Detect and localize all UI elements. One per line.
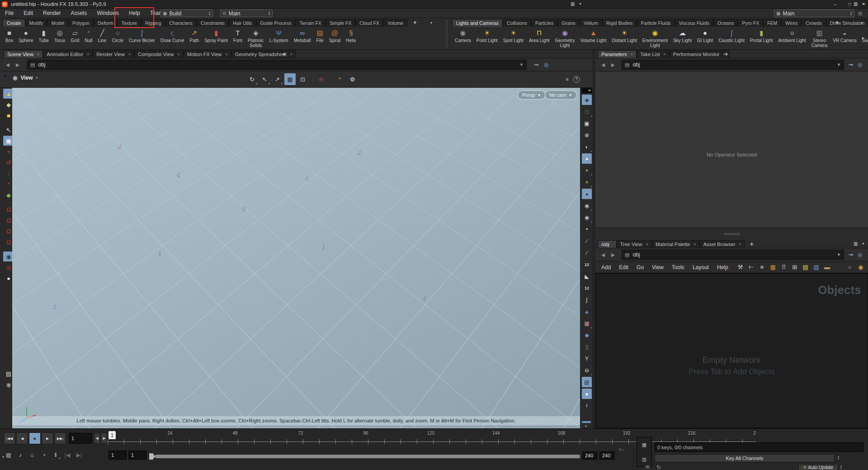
- box-pick-icon[interactable]: ⊡: [297, 73, 308, 85]
- material-sphere-icon[interactable]: ◕: [582, 189, 592, 199]
- pane-tab[interactable]: Render View ×: [93, 50, 134, 58]
- lighting-off-icon[interactable]: ⊗: [582, 130, 592, 140]
- wireframe-ghost-icon[interactable]: □: [582, 106, 592, 117]
- tool-font[interactable]: T Font: [231, 28, 245, 43]
- help-icon[interactable]: ?: [573, 76, 580, 83]
- spinner-icon[interactable]: ▲▼: [840, 465, 842, 470]
- add-pane-tab-button[interactable]: +: [747, 241, 757, 247]
- shelf-tab[interactable]: Vellum: [580, 19, 602, 27]
- tool-ambient-light[interactable]: ○ Ambient Light: [776, 28, 809, 43]
- point-markers-icon[interactable]: ∕: [582, 236, 592, 246]
- shelf-overflow-arrow-icon[interactable]: ▸: [862, 35, 864, 40]
- shelf-tab-menu-icon[interactable]: ▾: [430, 21, 432, 25]
- tool-helix[interactable]: § Helix: [343, 28, 359, 43]
- network-bundle-icon[interactable]: ▬: [823, 263, 832, 272]
- network-palette-icon[interactable]: ▦: [769, 263, 778, 272]
- tool-spot-light[interactable]: ☀ Spot Light: [500, 28, 526, 43]
- close-tab-icon[interactable]: ×: [739, 241, 741, 248]
- tool-stereo-camera[interactable]: ▥ Stereo Camera: [809, 28, 830, 48]
- playbar-options-icon[interactable]: ▤: [4, 451, 14, 460]
- tick-interval-icon[interactable]: ‖: [51, 451, 61, 460]
- shelf-tab[interactable]: Viscous Fluids: [675, 19, 714, 27]
- tool-box[interactable]: ■ Box: [3, 28, 16, 43]
- update-mode-button[interactable]: ▣ Auto Update: [798, 464, 838, 470]
- step-forward-button[interactable]: |▶: [101, 433, 107, 444]
- path-forward-icon[interactable]: ▶: [13, 62, 23, 68]
- network-menu-item[interactable]: Tools: [668, 261, 689, 273]
- tool-sky-light[interactable]: ☁ Sky Light: [670, 28, 694, 43]
- shelf-tab[interactable]: Model: [47, 19, 68, 27]
- network-grid-icon[interactable]: ⠿: [779, 263, 788, 272]
- animation-options-icon[interactable]: ⌂: [27, 451, 37, 460]
- path-forward-icon[interactable]: ▶: [608, 62, 618, 68]
- network-menu-item[interactable]: Layout: [689, 261, 713, 273]
- tool-draw-curve[interactable]: ς Draw Curve: [158, 28, 187, 43]
- sync-icon[interactable]: ◎: [544, 62, 548, 68]
- menu-item[interactable]: Assets: [66, 9, 92, 18]
- tool-caustic-light[interactable]: ∫ Caustic Light: [716, 28, 747, 43]
- pane-maximize-icon[interactable]: ▥: [854, 241, 858, 246]
- menu-item[interactable]: Edit: [19, 9, 38, 18]
- pane-splitter-vertical[interactable]: [592, 50, 595, 428]
- tool-torus[interactable]: ◎ Torus: [52, 28, 68, 43]
- shelf-tab[interactable]: Particles: [531, 19, 557, 27]
- network-windows-icon[interactable]: ⊞: [790, 263, 799, 272]
- network-list-icon[interactable]: ≡: [758, 263, 767, 272]
- maximize-button[interactable]: □: [848, 2, 851, 7]
- path-back-icon[interactable]: ◀: [598, 252, 608, 258]
- pane-tab[interactable]: Take List ×: [637, 50, 670, 58]
- shelf-tab[interactable]: Wires: [781, 19, 802, 27]
- pane-tab[interactable]: Tree View ×: [617, 240, 652, 248]
- camera-lock-icon[interactable]: ▣: [582, 118, 592, 128]
- secure-select-icon[interactable]: ↗ ▾: [272, 73, 283, 85]
- network-note-icon[interactable]: ▤: [801, 263, 810, 272]
- spinner-icon[interactable]: ▲▼: [208, 11, 211, 16]
- display-points-icon[interactable]: •: [582, 224, 592, 234]
- minimize-button[interactable]: –: [834, 2, 837, 7]
- camera-selector[interactable]: No cam▼: [545, 90, 577, 100]
- close-tab-icon[interactable]: ×: [226, 51, 228, 58]
- hq-shadows-icon[interactable]: +: [582, 177, 592, 187]
- network-tools-icon[interactable]: ⚒: [736, 263, 745, 272]
- pane-tab[interactable]: Composite View ×: [134, 50, 184, 58]
- play-button[interactable]: ▶: [42, 432, 53, 444]
- range-end-field[interactable]: 240: [582, 451, 597, 460]
- network-menu-item[interactable]: Go: [632, 261, 648, 273]
- shelf-tab[interactable]: Create: [3, 19, 25, 27]
- network-find-icon[interactable]: ○: [845, 263, 854, 272]
- divider[interactable]: [4, 202, 13, 203]
- network-eye-icon[interactable]: ◉: [856, 263, 865, 272]
- prev-key-icon[interactable]: |◀: [62, 451, 72, 460]
- path-field[interactable]: ▤ obj ▼: [622, 60, 844, 70]
- current-frame-field[interactable]: 1: [69, 433, 92, 444]
- range-bar[interactable]: [155, 455, 580, 458]
- projection-selector[interactable]: Persp▼: [518, 90, 546, 100]
- key-all-channels-button[interactable]: Key All Channels: [655, 454, 835, 462]
- tool-line[interactable]: ╱ Line: [95, 28, 109, 43]
- tool-environment-light[interactable]: ◉ Environment Light: [640, 28, 670, 48]
- add-shelf-tab-button[interactable]: +: [832, 19, 843, 26]
- path-forward-icon[interactable]: ▶: [608, 252, 618, 258]
- shelf-tab[interactable]: Polygon: [68, 19, 94, 27]
- add-shelf-tab-button[interactable]: +: [410, 19, 420, 26]
- pane-menu-icon[interactable]: ▾: [579, 2, 581, 6]
- network-menu-item[interactable]: Edit: [615, 261, 632, 273]
- pane-tab[interactable]: Animation Editor ×: [43, 50, 93, 58]
- pane-tab[interactable]: /obj: [598, 240, 617, 248]
- interactive-render-off-icon[interactable]: ⊖: [316, 73, 327, 85]
- show-guides-eye-icon[interactable]: ◉: [582, 200, 592, 211]
- stop-button[interactable]: ■: [29, 432, 41, 444]
- close-tab-icon[interactable]: ×: [290, 51, 292, 58]
- desktop-selector[interactable]: ▦ Main ▲▼: [774, 9, 854, 17]
- shelf-tab[interactable]: Oceans: [713, 19, 738, 27]
- tool-portal-light[interactable]: ▮ Portal Light: [747, 28, 776, 43]
- group-list-icon[interactable]: ▯: [582, 342, 592, 352]
- origin-gnomon-icon[interactable]: Y: [582, 353, 592, 364]
- step-back-button[interactable]: ◀|: [94, 433, 100, 444]
- shelf-tab[interactable]: FEM: [763, 19, 781, 27]
- snapshot-gallery-icon[interactable]: ▦: [284, 73, 296, 85]
- network-tree-icon[interactable]: ⊢: [747, 263, 756, 272]
- shelf-tab[interactable]: Simple FX: [326, 19, 355, 27]
- prim-numbers-icon[interactable]: 12: [582, 283, 592, 293]
- shelf-tab[interactable]: Particle Fluids: [637, 19, 675, 27]
